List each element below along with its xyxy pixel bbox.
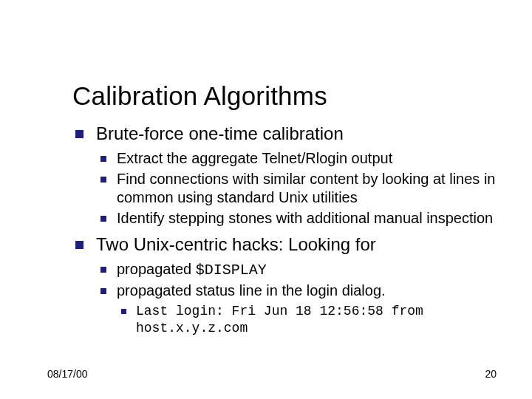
sub-sub-bullet-list: Last login: Fri Jun 18 12:56:58 from hos… xyxy=(117,303,502,338)
footer-date: 08/17/00 xyxy=(47,368,88,380)
bullet-text: propagated status line in the login dial… xyxy=(117,282,386,299)
bullet-level2: propagated $DISPLAY xyxy=(96,260,502,279)
slide-title: Calibration Algorithms xyxy=(72,81,502,111)
sub-bullet-list: Extract the aggregate Telnet/Rlogin outp… xyxy=(96,149,502,228)
bullet-list: Brute-force one-time calibration Extract… xyxy=(72,123,502,338)
code-text: $DISPLAY xyxy=(196,262,267,279)
bullet-text: Identify stepping stones with additional… xyxy=(117,210,493,226)
bullet-level2: propagated status line in the login dial… xyxy=(96,282,502,338)
slide: Calibration Algorithms Brute-force one-t… xyxy=(0,0,532,399)
bullet-level2: Find connections with similar content by… xyxy=(96,170,502,207)
bullet-level3: Last login: Fri Jun 18 12:56:58 from hos… xyxy=(117,303,502,338)
bullet-text: Find connections with similar content by… xyxy=(117,171,495,205)
bullet-level2: Extract the aggregate Telnet/Rlogin outp… xyxy=(96,149,502,168)
bullet-level1: Two Unix-centric hacks: Looking for prop… xyxy=(72,233,502,338)
bullet-text: Extract the aggregate Telnet/Rlogin outp… xyxy=(117,150,392,166)
bullet-text: Two Unix-centric hacks: Looking for xyxy=(96,234,376,254)
code-text: Last login: Fri Jun 18 12:56:58 from hos… xyxy=(136,304,423,335)
bullet-text: propagated xyxy=(117,261,196,277)
bullet-level2: Identify stepping stones with additional… xyxy=(96,209,502,228)
bullet-level1: Brute-force one-time calibration Extract… xyxy=(72,123,502,228)
sub-bullet-list: propagated $DISPLAY propagated status li… xyxy=(96,260,502,338)
page-number: 20 xyxy=(485,368,497,380)
bullet-text: Brute-force one-time calibration xyxy=(96,123,344,143)
